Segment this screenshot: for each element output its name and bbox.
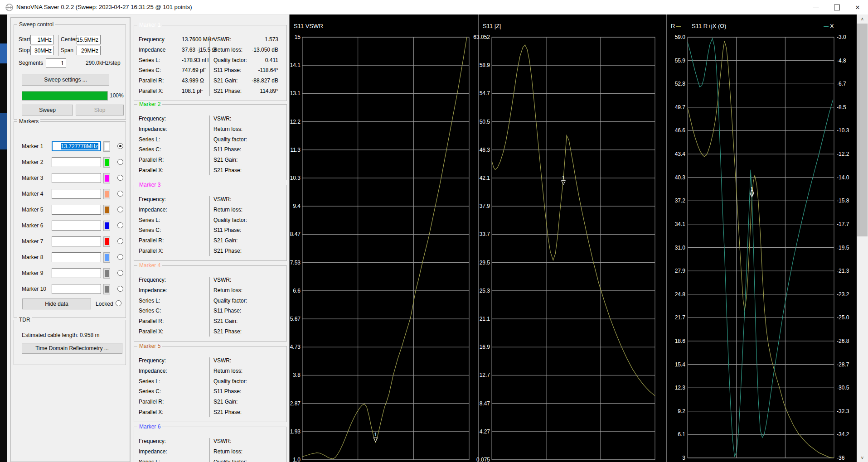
field-label: Return loss: xyxy=(213,285,242,296)
marker-data-row: Series L:Quality factor: xyxy=(134,135,286,145)
marker-active-radio[interactable] xyxy=(117,143,123,149)
marker-frequency-input[interactable] xyxy=(52,189,101,199)
marker-color-button[interactable] xyxy=(103,205,110,215)
y-tick-label-right: -10.3 xyxy=(837,127,849,134)
marker-color-button[interactable] xyxy=(103,141,110,152)
maximize-button[interactable] xyxy=(826,0,847,14)
marker-group-title: Marker 5 xyxy=(137,343,162,349)
field-label: Series C: xyxy=(139,144,161,155)
marker-active-radio[interactable] xyxy=(117,286,123,292)
marker-active-radio[interactable] xyxy=(117,222,123,228)
stop-button[interactable]: Stop xyxy=(76,105,124,116)
stop-label: Stop xyxy=(19,47,30,53)
marker-color-button[interactable] xyxy=(103,268,110,279)
segments-label: Segments xyxy=(19,60,43,66)
desktop-blue-patch xyxy=(0,113,7,149)
span-input[interactable]: 29MHz xyxy=(77,46,101,55)
marker-group-title: Marker 6 xyxy=(137,424,162,430)
field-label: Impedance: xyxy=(139,366,167,376)
marker-group-title: Marker 2 xyxy=(137,101,162,107)
sweep-button[interactable]: Sweep xyxy=(22,105,73,116)
y-tick-label: 21.1 xyxy=(480,316,490,322)
y-tick-label: 4.73 xyxy=(290,344,301,350)
tdr-button[interactable]: Time Domain Reflectometry ... xyxy=(22,343,122,354)
step-size-text: 290.0kHz/step xyxy=(86,60,121,66)
field-label: Quality factor: xyxy=(213,376,247,387)
marker-data-row: Series C:S11 Phase: xyxy=(134,144,286,155)
scroll-down-button[interactable]: ∨ xyxy=(857,453,868,462)
y-tick-label-right: -19.5 xyxy=(837,245,849,251)
marker-row-label: Marker 7 xyxy=(22,238,43,245)
series-R xyxy=(688,41,834,458)
marker-frequency-input[interactable] xyxy=(52,173,101,183)
marker-frequency-input[interactable] xyxy=(52,284,101,294)
y-tick-label: 15.4 xyxy=(675,361,686,368)
marker-active-radio[interactable] xyxy=(117,159,123,165)
segments-input[interactable]: 1 xyxy=(46,58,66,68)
marker-color-chip xyxy=(105,175,109,182)
marker-color-chip xyxy=(105,286,109,293)
y-tick-label: 14.1 xyxy=(290,62,301,68)
progress-percent-label: 100% xyxy=(110,92,124,99)
marker-color-chip xyxy=(105,159,109,166)
field-label: Series L: xyxy=(139,55,160,66)
start-input[interactable]: 1MHz xyxy=(30,35,54,44)
marker-active-radio[interactable] xyxy=(117,207,123,212)
field-value: -13.050 dB xyxy=(213,45,278,55)
scroll-up-button[interactable]: ∧ xyxy=(857,14,868,23)
minimize-button[interactable]: — xyxy=(805,0,826,14)
field-label: S21 Phase: xyxy=(213,246,242,256)
marker-frequency-input[interactable] xyxy=(52,268,101,278)
marker-active-radio[interactable] xyxy=(117,270,123,276)
y-tick-label: 46.3 xyxy=(480,147,490,153)
field-label: Parallel R: xyxy=(139,236,164,246)
marker-active-radio[interactable] xyxy=(117,191,123,197)
locked-radio[interactable] xyxy=(116,300,121,306)
marker-data-row: Series L:Quality factor: xyxy=(134,296,286,306)
marker-active-radio[interactable] xyxy=(117,238,123,244)
marker-frequency-input[interactable] xyxy=(52,236,101,246)
desktop-edge-strip xyxy=(0,14,7,462)
sweep-control-legend: Sweep control xyxy=(17,21,55,28)
field-label: Parallel X: xyxy=(139,86,164,96)
marker-frequency-input[interactable] xyxy=(52,157,101,167)
marker-color-button[interactable] xyxy=(103,157,110,168)
stop-input[interactable]: 30MHz xyxy=(30,46,54,55)
y-tick-label: 12.2 xyxy=(290,119,301,125)
plot-border xyxy=(492,37,655,460)
y-tick-label: 21.7 xyxy=(675,314,686,321)
field-label: Series L: xyxy=(139,135,160,145)
field-label: Parallel R: xyxy=(139,76,164,86)
marker-color-button[interactable] xyxy=(103,236,110,247)
marker-color-button[interactable] xyxy=(103,173,110,183)
marker-active-radio[interactable] xyxy=(117,254,123,260)
field-label: VSWR: xyxy=(213,436,231,447)
field-value: 13.7600 MHz xyxy=(182,34,214,45)
marker-frequency-input[interactable] xyxy=(52,205,101,215)
marker-frequency-input[interactable] xyxy=(52,221,101,231)
chart-0: 1514.113.112.211.310.39.48.477.536.65.67… xyxy=(290,34,469,462)
y-tick-label: 9.2 xyxy=(678,408,685,414)
center-input[interactable]: 15.5MHz xyxy=(77,35,101,44)
marker-data-row: Parallel R:43.989 ΩS21 Gain:-88.827 dB xyxy=(134,76,286,86)
scrollbar-thumb[interactable] xyxy=(857,24,868,236)
y-tick-label: 58.9 xyxy=(480,62,490,68)
marker-color-chip xyxy=(105,207,109,213)
hide-data-button[interactable]: Hide data xyxy=(22,298,91,309)
y-tick-label: 4.27 xyxy=(480,428,490,435)
marker-color-button[interactable] xyxy=(103,221,110,231)
sweep-settings-button[interactable]: Sweep settings ... xyxy=(22,74,109,86)
cable-length-text: Estimated cable length: 0.958 m xyxy=(22,332,99,338)
marker-active-radio[interactable] xyxy=(117,175,123,181)
y-tick-label: 6.6 xyxy=(293,288,301,294)
marker-color-button[interactable] xyxy=(103,189,110,199)
marker-frequency-input[interactable]: 13.727778MHz xyxy=(52,141,101,151)
field-label: Series L: xyxy=(139,457,160,462)
marker-color-button[interactable] xyxy=(103,284,110,294)
y-tick-label: 24.8 xyxy=(675,291,686,298)
vertical-scrollbar[interactable]: ∧ ∨ xyxy=(857,14,868,462)
marker-color-button[interactable] xyxy=(103,252,110,263)
marker-frequency-input[interactable] xyxy=(52,252,101,262)
close-button[interactable]: ✕ xyxy=(847,0,868,14)
y-tick-label: 11.3 xyxy=(291,147,301,153)
